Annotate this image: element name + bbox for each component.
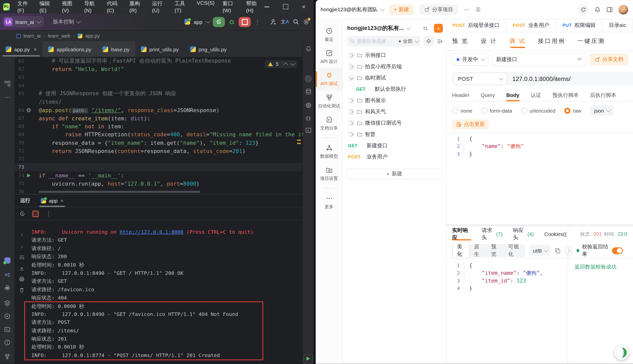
code-editor[interactable]: 61 # 可以直接返回字符串，FastAPI 会自动封装为 PlainTextR…: [15, 57, 303, 194]
request-tab-预执行脚本[interactable]: 预执行脚本: [552, 89, 579, 101]
request-tab-认证[interactable]: 认证: [531, 89, 541, 101]
tree-request[interactable]: GET默认全部执行: [342, 84, 446, 95]
close-icon[interactable]: ×: [60, 198, 63, 204]
rail-item-文档分享[interactable]: 文档分享: [316, 112, 342, 135]
rail-item-自动化测试[interactable]: 自动化测试: [316, 90, 342, 112]
validate-toggle[interactable]: [612, 247, 623, 254]
scroll-to-end-icon[interactable]: [19, 265, 25, 271]
database-tool-icon[interactable]: [303, 88, 314, 95]
run-config-name[interactable]: app: [194, 19, 202, 25]
format-tab-原生[interactable]: 原生: [470, 242, 486, 259]
print-icon[interactable]: [19, 276, 25, 282]
display-settings-icon[interactable]: [437, 38, 443, 44]
api-name-input[interactable]: 新建接口: [492, 53, 587, 66]
console-tab-app[interactable]: app ×: [41, 194, 64, 207]
settings-gear-icon[interactable]: [303, 18, 310, 26]
vcs-widget[interactable]: 版本控制: [53, 18, 80, 26]
raw-type-select[interactable]: json: [590, 106, 613, 116]
response-splitter[interactable]: [446, 224, 633, 226]
api-tab[interactable]: POST后端登录接口: [446, 19, 506, 32]
search-icon[interactable]: [293, 18, 299, 25]
tree-folder[interactable]: 微信接口测试号: [342, 117, 446, 128]
request-tab-Query[interactable]: Query: [481, 89, 495, 101]
menu-item[interactable]: VCS(S): [193, 0, 218, 14]
editor-tab[interactable]: print_utils.py: [135, 41, 185, 57]
floating-run-icon[interactable]: [303, 354, 313, 363]
subnav-tab-预览[interactable]: 预 览: [452, 33, 469, 50]
format-tab-预览[interactable]: 预览: [487, 242, 503, 259]
dev-status-select[interactable]: 开发中: [452, 53, 489, 66]
edit-pencil-icon[interactable]: [576, 56, 582, 62]
close-icon[interactable]: ×: [34, 46, 37, 52]
api-tab[interactable]: 目录aic: [602, 19, 633, 32]
chevron-right-icon[interactable]: [348, 63, 355, 70]
subnav-tab-调试[interactable]: 调 试: [509, 33, 526, 50]
next-warning-icon[interactable]: [291, 61, 295, 66]
body-type-radio-raw[interactable]: raw: [564, 108, 581, 114]
url-input[interactable]: 127.0.0.1:8000/items/: [507, 75, 570, 82]
project-tool-icon[interactable]: [0, 65, 15, 72]
rail-item-更多[interactable]: 更多: [316, 191, 342, 214]
more-icon[interactable]: ⋯: [464, 6, 470, 13]
tree-folder[interactable]: 和风天气: [342, 106, 446, 117]
sync-icon[interactable]: [578, 4, 589, 15]
console-more-icon[interactable]: ⋮: [46, 210, 51, 217]
inspections-widget[interactable]: 5: [265, 60, 297, 68]
add-user-icon[interactable]: [270, 18, 277, 26]
image-preview-icon[interactable]: A: [303, 127, 314, 134]
python-packages-icon[interactable]: [0, 285, 15, 291]
menu-item[interactable]: 编辑(E): [36, 0, 57, 14]
vcs-branch-icon[interactable]: [0, 354, 15, 360]
rail-item-API 调试[interactable]: API 调试: [316, 68, 342, 90]
rerun-icon[interactable]: [20, 210, 26, 216]
method-select[interactable]: POST: [453, 72, 507, 85]
chevron-right-icon[interactable]: [348, 52, 355, 58]
maximize-icon[interactable]: [283, 4, 288, 9]
request-tab-Body[interactable]: Body: [506, 89, 519, 101]
add-api-button[interactable]: +: [434, 24, 443, 33]
request-tab-后执行脚本[interactable]: 后执行脚本: [590, 89, 616, 101]
tree-request[interactable]: POST业务用户: [342, 151, 446, 162]
response-tab[interactable]: Cookies((: [544, 226, 567, 242]
menu-item[interactable]: 运行(U): [148, 0, 170, 14]
ai-assistant-icon[interactable]: [0, 257, 15, 263]
notifications-bell-icon[interactable]: [594, 6, 601, 13]
filter-value[interactable]: 全部: [403, 38, 413, 44]
team-selector[interactable]: hongjie123@的私有团队: [321, 6, 383, 13]
body-type-radio-urlencoded[interactable]: urlencoded: [521, 108, 555, 114]
prev-warning-icon[interactable]: [283, 62, 288, 67]
share-doc-button[interactable]: 分享文档: [590, 53, 628, 66]
soft-wrap-icon[interactable]: [19, 255, 25, 260]
more-tools-icon[interactable]: ⋯: [0, 94, 15, 100]
breadcrumb-item[interactable]: learn_ai: [24, 33, 41, 39]
run-gutter-icon[interactable]: [24, 174, 33, 178]
breadcrumb-item[interactable]: app.py: [85, 33, 100, 39]
encoding-select[interactable]: utf8: [529, 245, 551, 256]
chevron-right-icon[interactable]: [348, 109, 355, 115]
copy-icon[interactable]: [555, 248, 561, 254]
format-tab-可视化[interactable]: 可视化: [504, 242, 524, 259]
editor-tab[interactable]: app.py×: [0, 41, 42, 57]
locate-target-icon[interactable]: [424, 36, 434, 46]
layout-icon[interactable]: [475, 6, 481, 12]
request-body-editor[interactable]: 1{2 "name": "傻狗"3}: [446, 132, 633, 227]
chevron-right-icon[interactable]: [348, 131, 355, 138]
ai-chat-icon[interactable]: [303, 76, 314, 82]
rerun-button[interactable]: [213, 17, 225, 27]
tree-new-button[interactable]: + 新建: [346, 169, 442, 179]
rail-item-项目设置[interactable]: 项目设置: [316, 163, 342, 185]
scroll-up-icon[interactable]: ↑: [21, 232, 23, 238]
chevron-right-icon[interactable]: [348, 120, 355, 126]
breadcrumb-item[interactable]: learn_web: [48, 33, 70, 39]
response-tab[interactable]: 实时响应: [452, 226, 471, 242]
user-avatar[interactable]: [618, 5, 628, 14]
response-tab[interactable]: 响应头(4): [513, 226, 533, 242]
menu-item[interactable]: 窗口(W): [219, 0, 242, 14]
tree-folder[interactable]: 拍卖小程序后端: [342, 61, 446, 72]
rail-item-API 设计[interactable]: API 设计: [316, 46, 342, 68]
new-project-button[interactable]: + 新建: [389, 4, 414, 15]
debug-button[interactable]: [229, 18, 235, 25]
json-tools-icon[interactable]: {}: [303, 116, 314, 121]
response-body-viewer[interactable]: 1{2 "item_name": "傻狗",3 "item_id": 1234}: [446, 258, 567, 364]
chevron-right-icon[interactable]: [348, 97, 355, 104]
